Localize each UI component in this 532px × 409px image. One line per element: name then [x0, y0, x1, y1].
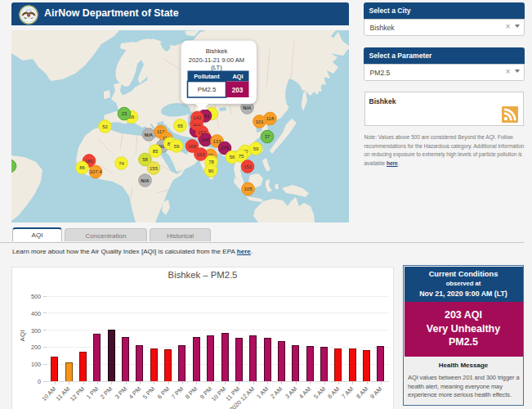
svg-text:107.4: 107.4: [89, 169, 102, 174]
svg-text:52: 52: [102, 124, 108, 129]
svg-text:152: 152: [244, 164, 253, 169]
svg-text:74: 74: [118, 161, 124, 166]
svg-text:101: 101: [255, 119, 264, 124]
svg-text:90: 90: [208, 169, 214, 173]
svg-text:PM2.5: PM2.5: [198, 86, 217, 93]
svg-text:118: 118: [266, 116, 275, 121]
svg-text:Bishkek: Bishkek: [206, 47, 228, 55]
svg-text:N/A: N/A: [145, 133, 154, 137]
svg-text:Pollutant: Pollutant: [194, 73, 220, 80]
svg-text:75: 75: [239, 154, 244, 159]
svg-text:58: 58: [142, 157, 148, 162]
svg-text:2020-11-21 9:00 AM: 2020-11-21 9:00 AM: [189, 56, 244, 64]
svg-text:105: 105: [244, 187, 253, 191]
svg-text:163: 163: [196, 152, 205, 157]
svg-text:59: 59: [253, 146, 259, 151]
svg-text:N/A: N/A: [243, 106, 252, 110]
svg-text:155: 155: [150, 166, 159, 171]
svg-text:59: 59: [174, 144, 180, 149]
svg-text:85: 85: [153, 149, 159, 154]
svg-text:240: 240: [201, 137, 210, 142]
svg-text:N/A: N/A: [141, 178, 150, 183]
svg-text:168: 168: [188, 144, 197, 149]
svg-text:203: 203: [232, 87, 244, 94]
svg-text:23: 23: [122, 111, 127, 116]
svg-text:65: 65: [177, 124, 183, 128]
svg-text:AQI: AQI: [232, 73, 243, 80]
svg-text:142: 142: [193, 115, 202, 120]
svg-text:86: 86: [79, 165, 85, 170]
svg-text:(LT): (LT): [211, 64, 222, 71]
svg-text:275: 275: [221, 146, 230, 151]
svg-text:37: 37: [265, 134, 270, 139]
